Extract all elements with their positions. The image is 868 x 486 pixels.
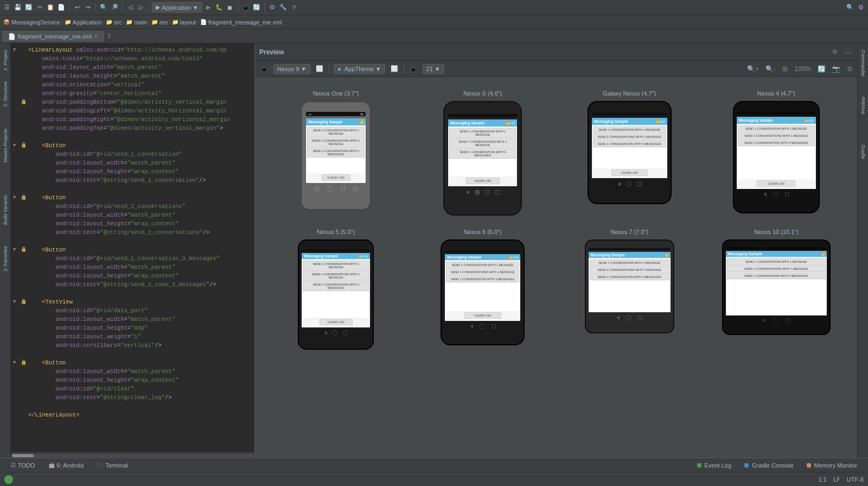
debug-icon[interactable]: 🐛 [214, 3, 224, 12]
preview-tab[interactable]: Preview [859, 92, 867, 118]
toolbar-icon-menu[interactable]: ☰ [2, 3, 12, 12]
device-nexus-4: Nexus 4 (4.7") Messaging Sample 📶 6:00 S… [709, 90, 845, 216]
tab-filename: fragment_message_me.xml [18, 33, 92, 40]
preview-config-icon[interactable]: ⚙ [847, 65, 853, 73]
terminal-tab[interactable]: ⬛ Terminal [90, 460, 135, 470]
breadcrumb-item-application[interactable]: 📁 Application [65, 19, 102, 26]
xml-icon: 📄 [200, 19, 207, 25]
status-ok-icon [4, 475, 13, 484]
redo-icon[interactable]: ↪ [83, 3, 93, 12]
project-panel-tab[interactable]: 1: Project [2, 46, 9, 75]
gradle-icon[interactable]: ⚙ [267, 3, 277, 12]
preview-close-icon[interactable]: — [843, 47, 853, 57]
breadcrumb-sep-5: › [169, 19, 171, 26]
run-icon[interactable]: ▶ [203, 3, 213, 12]
code-line [11, 132, 254, 141]
refresh-icon[interactable]: 🔄 [818, 65, 826, 73]
close-tab-icon[interactable]: ✕ [94, 34, 98, 39]
find-icon[interactable]: 🔎 [110, 3, 119, 12]
toolbar-icon-5[interactable]: 📄 [56, 3, 66, 12]
breadcrumb-item-file[interactable]: 📄 fragment_message_me.xml [200, 19, 282, 26]
breadcrumb-item-messaging[interactable]: 📦 MessagingService [3, 19, 60, 26]
preview-settings-icon[interactable]: ⚙ [830, 47, 840, 57]
application-dropdown[interactable]: ▶ Application ▼ [152, 2, 202, 12]
toolbar-icon-1[interactable]: 💾 [13, 3, 23, 12]
nav-fwd-icon[interactable]: ▷ [136, 3, 146, 12]
breadcrumb-item-layout[interactable]: 📁 layout [172, 19, 196, 26]
api-selector[interactable]: 21 ▼ [423, 64, 444, 74]
code-line [11, 402, 254, 411]
event-log-tab[interactable]: Event Log [691, 460, 738, 470]
fold-icon[interactable]: ▼ [13, 46, 21, 54]
device-screen: Messaging Sample 📶 SEND 1 CONVERSATION W… [306, 118, 366, 183]
toolbar-icon-3[interactable]: ✂ [35, 3, 44, 12]
status-right: 1:1 LF UTF-8 [819, 476, 864, 483]
structure-panel-tab[interactable]: 2: Structure [2, 77, 9, 111]
device-screen-n6: Messaging Sample 📶 6:00 SEND 1 CONVERSAT… [445, 254, 520, 321]
preview-toolbar: Preview ⚙ — [255, 43, 857, 61]
orientation-icon[interactable]: ⬜ [315, 64, 324, 74]
nav-back-icon[interactable]: ◁ [125, 3, 135, 12]
file-tab[interactable]: 📄 fragment_message_me.xml ✕ [2, 31, 104, 42]
preview-content[interactable]: Nexus One (3.7") ●● 📷 Messaging Sample 📶 [255, 77, 857, 472]
screenshot-icon[interactable]: 📷 [832, 65, 840, 73]
toolbar-icon-4[interactable]: 📋 [46, 3, 55, 12]
device-nexus-10-label: Nexus 10 (10.1") [754, 229, 799, 235]
memory-monitor-label: Memory Monitor [814, 462, 857, 469]
build-variants-tab[interactable]: Build Variants [2, 191, 9, 229]
gradle-tab[interactable]: Gradle [859, 140, 867, 163]
toolbar-icon-2[interactable]: 🔄 [24, 3, 34, 12]
code-line: android:id="@+id/clear" [11, 384, 254, 393]
code-line: android:text="@string/send_1_conv_3_mess… [11, 280, 254, 289]
search-everywhere-icon[interactable]: 🔍 [845, 3, 855, 12]
help-icon[interactable]: ? [289, 3, 299, 12]
breadcrumb: 📦 MessagingService › 📁 Application › 📁 s… [0, 15, 868, 29]
maven-panel-tab[interactable]: Maven Projects [2, 124, 9, 167]
terminal-icon: ⬛ [97, 462, 103, 468]
favorites-tab[interactable]: 2: Favorites [2, 242, 9, 276]
todo-tab[interactable]: ☑ TODO [4, 460, 42, 470]
code-content[interactable]: ▼ <LinearLayout xmlns:android="http://sc… [11, 43, 254, 452]
breadcrumb-file-label: fragment_message_me.xml [208, 19, 282, 26]
commander-tab[interactable]: Commander [859, 46, 867, 81]
device-nexus-10: Nexus 10 (10.1") Messaging Sample 📶 SEND… [709, 229, 845, 350]
breadcrumb-item-src[interactable]: 📁 src [106, 19, 122, 26]
breadcrumb-item-res[interactable]: 📁 res [151, 19, 168, 26]
actual-size-icon[interactable]: 100% [794, 65, 811, 73]
device-icon[interactable]: 📱 [241, 3, 251, 12]
android-tab[interactable]: 🤖 6: Android [42, 460, 91, 470]
sync-icon[interactable]: 🔄 [252, 3, 261, 12]
api-label: 21 [426, 66, 433, 72]
device-nexus-4-label: Nexus 4 (4.7") [757, 90, 795, 97]
code-line: xmlns:tools="https://schemas.android.com… [11, 54, 254, 63]
gradle-console-dot [744, 463, 749, 468]
xml-file-icon: 📄 [8, 33, 16, 40]
settings-gear-icon[interactable]: ⚙ [856, 3, 866, 12]
breadcrumb-item-main[interactable]: 📁 main [126, 19, 147, 26]
zoom-out-icon[interactable]: 🔍- [765, 65, 776, 73]
code-line: android:layout_weight="1" [11, 332, 254, 341]
code-line: android:id="@+id/send_1_conversation_3_m… [11, 254, 254, 263]
folder-icon-3: 📁 [126, 19, 132, 25]
search-icon[interactable]: 🔍 [99, 3, 108, 12]
locale-icon[interactable]: ⬜ [390, 64, 399, 74]
breadcrumb-sep: › [61, 19, 63, 26]
scrollbar-thumb[interactable] [12, 454, 34, 457]
api-icon[interactable]: 📱 [409, 64, 418, 74]
undo-icon[interactable]: ↩ [72, 3, 82, 12]
preview-screen-icon[interactable]: 📱 [259, 64, 269, 74]
editor-scrollbar[interactable] [11, 452, 254, 458]
fit-icon[interactable]: ⊞ [782, 65, 788, 73]
code-line: android:id="@+id/data_port" [11, 306, 254, 315]
code-line: ▼ 🔒 <Button [11, 358, 254, 367]
code-line: android:layout_height="match_parent" [11, 72, 254, 80]
code-line: android:id="@+id/send_2_conversations" [11, 202, 254, 211]
gradle-console-tab[interactable]: Gradle Console [738, 460, 800, 470]
theme-selector[interactable]: ● AppTheme ▼ [334, 64, 385, 74]
device-selector[interactable]: Nexus 9 ▼ [273, 64, 310, 74]
zoom-in-icon[interactable]: 🔍+ [747, 65, 759, 73]
main-area: 1: Project 2: Structure Maven Projects B… [0, 43, 868, 472]
settings-icon[interactable]: 🔧 [278, 3, 288, 12]
stop-icon[interactable]: ⏹ [225, 3, 235, 12]
memory-monitor-tab[interactable]: Memory Monitor [800, 460, 864, 470]
